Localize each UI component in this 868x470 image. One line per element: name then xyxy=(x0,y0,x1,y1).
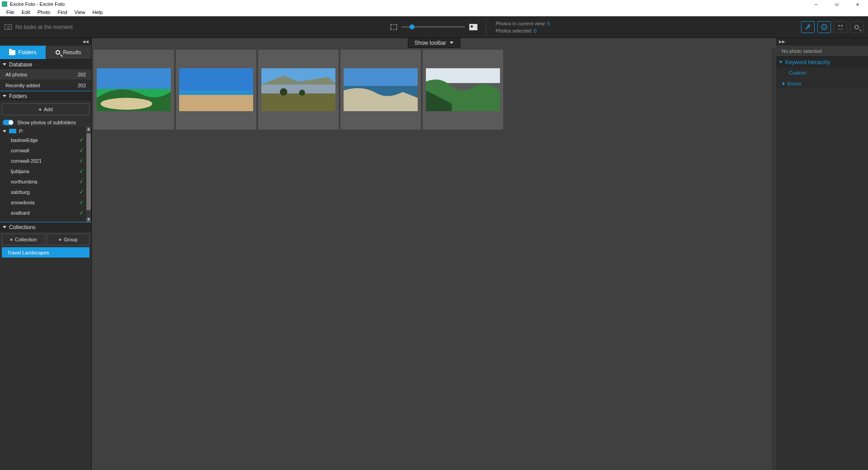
svg-point-2 xyxy=(823,26,824,27)
photo-thumbnail[interactable] xyxy=(94,50,174,130)
slider-thumb[interactable] xyxy=(410,24,415,29)
add-collection-button[interactable]: +Collection xyxy=(2,234,45,245)
db-row-count: 202 xyxy=(78,72,86,77)
folder-item[interactable]: baslowEdge✓ xyxy=(0,135,91,146)
folders-header[interactable]: Folders xyxy=(0,91,91,101)
menu-file[interactable]: File xyxy=(3,9,18,15)
photo-thumbnail[interactable] xyxy=(423,50,503,130)
selected-count: 0 xyxy=(534,28,537,33)
folder-item[interactable]: northumbria✓ xyxy=(0,177,91,187)
db-recently-added[interactable]: Recently added 202 xyxy=(0,80,91,91)
collection-btn-label: Collection xyxy=(15,237,37,242)
plus-icon: + xyxy=(10,237,13,242)
selected-count-label: Photos selected: xyxy=(495,28,532,33)
thumb-large-icon[interactable] xyxy=(469,24,477,30)
svg-point-3 xyxy=(825,26,826,27)
thumb-small-icon[interactable] xyxy=(391,24,397,30)
thumbnail-slider[interactable] xyxy=(401,26,465,28)
photo-grid-area: Show toolbar xyxy=(92,38,776,470)
photo-thumbnail[interactable] xyxy=(340,50,421,130)
db-row-count: 202 xyxy=(78,83,86,88)
folder-item[interactable]: cornwall✓ xyxy=(0,146,91,156)
tab-folders[interactable]: Folders xyxy=(0,46,46,59)
folder-label: ljubljana xyxy=(11,169,29,174)
db-row-label: Recently added xyxy=(5,83,40,88)
collections-header[interactable]: Collections xyxy=(0,222,91,232)
svg-point-16 xyxy=(299,90,305,96)
camera-icon xyxy=(5,24,12,30)
task-status: No tasks at the moment xyxy=(5,24,73,30)
svg-point-4 xyxy=(838,25,840,27)
status-block: Photos in current view: 5 Photos selecte… xyxy=(486,18,550,36)
search-similar-button[interactable] xyxy=(801,21,815,33)
check-icon: ✓ xyxy=(79,179,84,185)
folder-label: northumbria xyxy=(11,179,38,184)
close-button[interactable]: ✕ xyxy=(847,0,868,8)
keyword-excire[interactable]: Excire xyxy=(776,78,868,89)
minimize-button[interactable]: — xyxy=(806,0,826,8)
scroll-up-icon[interactable]: ▲ xyxy=(86,127,91,132)
photo-thumbnail[interactable] xyxy=(176,50,256,130)
plus-icon: + xyxy=(38,107,41,112)
folder-label: baslowEdge xyxy=(11,137,38,143)
grid-scrollbar[interactable] xyxy=(772,48,776,470)
folder-item[interactable]: snowdonia✓ xyxy=(0,197,91,208)
database-header[interactable]: Database xyxy=(0,59,91,69)
folder-label: svalbard xyxy=(11,210,30,216)
folder-label: snowdonia xyxy=(11,200,35,205)
db-all-photos[interactable]: All photos 202 xyxy=(0,69,91,80)
folder-item[interactable]: svalbard✓ xyxy=(0,208,91,218)
svg-rect-6 xyxy=(97,68,171,89)
menu-photo[interactable]: Photo xyxy=(34,9,54,15)
right-collapse[interactable]: ▶▶ xyxy=(776,38,868,46)
menu-edit[interactable]: Edit xyxy=(18,9,34,15)
tab-results[interactable]: Results xyxy=(46,46,91,59)
folder-label: salzburg xyxy=(11,189,30,195)
folder-tree: P: baslowEdge✓ cornwall✓ cornwall-2021✓ … xyxy=(0,127,91,222)
window-title: Excire Foto - Excire Foto xyxy=(10,1,65,7)
search-zoom-button[interactable] xyxy=(850,21,863,33)
collections-header-label: Collections xyxy=(9,224,36,230)
collection-item[interactable]: Travel Landscapes xyxy=(2,247,90,258)
chevron-down-icon xyxy=(3,226,6,228)
add-folder-label: Add xyxy=(44,107,53,112)
svg-rect-9 xyxy=(179,68,253,92)
search-people-button[interactable] xyxy=(834,21,847,33)
database-header-label: Database xyxy=(9,61,32,68)
menu-view[interactable]: View xyxy=(71,9,89,15)
plus-icon: + xyxy=(58,237,61,242)
add-folder-button[interactable]: + Add xyxy=(2,103,90,115)
svg-rect-14 xyxy=(261,94,335,111)
subfolder-toggle[interactable]: Show photos of subfolders xyxy=(0,118,91,127)
keyword-label: Excire xyxy=(788,81,802,86)
tab-folders-label: Folders xyxy=(18,49,36,56)
folder-scrollbar[interactable]: ▲ ▼ xyxy=(86,127,91,222)
check-icon: ✓ xyxy=(79,210,84,216)
left-collapse[interactable]: ◀◀ xyxy=(0,38,91,46)
app-icon xyxy=(2,1,7,7)
maximize-button[interactable]: ▭ xyxy=(826,0,847,8)
tasks-text: No tasks at the moment xyxy=(15,24,73,30)
check-icon: ✓ xyxy=(79,137,84,143)
search-faces-button[interactable] xyxy=(817,21,831,33)
folders-header-label: Folders xyxy=(9,93,27,99)
drive-label: P: xyxy=(19,128,24,134)
menu-find[interactable]: Find xyxy=(54,9,71,15)
keyword-custom[interactable]: Custom xyxy=(776,67,868,78)
menu-help[interactable]: Help xyxy=(89,9,107,15)
left-panel: ◀◀ Folders Results Database All photos 2… xyxy=(0,38,92,470)
add-group-button[interactable]: +Group xyxy=(47,234,90,245)
folder-icon xyxy=(9,50,15,55)
drive-icon xyxy=(9,129,16,133)
collection-item-label: Travel Landscapes xyxy=(7,250,49,255)
folder-item[interactable]: cornwall-2021✓ xyxy=(0,156,91,166)
scroll-down-icon[interactable]: ▼ xyxy=(86,217,91,222)
folder-item[interactable]: salzburg✓ xyxy=(0,187,91,197)
keyword-hierarchy-header[interactable]: Keyword hierarchy xyxy=(776,56,868,67)
drive-row[interactable]: P: xyxy=(0,127,91,135)
scroll-thumb[interactable] xyxy=(86,133,91,210)
show-toolbar-button[interactable]: Show toolbar xyxy=(408,38,460,48)
svg-point-5 xyxy=(841,25,843,27)
photo-thumbnail[interactable] xyxy=(258,50,339,130)
folder-item[interactable]: ljubljana✓ xyxy=(0,166,91,177)
